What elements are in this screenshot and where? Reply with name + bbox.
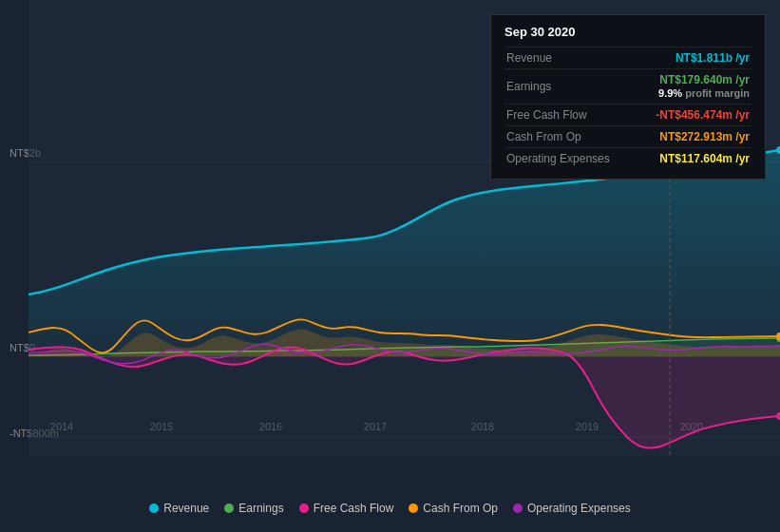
- row-label: Revenue: [504, 48, 634, 69]
- row-label: Free Cash Flow: [504, 104, 634, 126]
- legend-label-earnings: Earnings: [238, 502, 283, 515]
- legend-label-revenue: Revenue: [163, 502, 209, 515]
- row-label: Cash From Op: [504, 126, 634, 148]
- legend-item-cashfromop[interactable]: Cash From Op: [409, 502, 498, 515]
- legend-dot-cashfromop: [409, 504, 418, 513]
- profit-margin: 9.9% profit margin: [658, 87, 750, 99]
- legend-dot-opex: [513, 504, 523, 513]
- tooltip-box: Sep 30 2020 Revenue NT$1.811b /yr Earnin…: [490, 14, 766, 180]
- row-value: NT$117.604m /yr: [634, 148, 751, 170]
- tooltip-table: Revenue NT$1.811b /yr Earnings NT$179.64…: [504, 47, 751, 169]
- row-label: Operating Expenses: [504, 148, 634, 170]
- legend-label-opex: Operating Expenses: [527, 502, 631, 515]
- row-label: Earnings: [504, 69, 634, 104]
- table-row: Free Cash Flow -NT$456.474m /yr: [504, 104, 751, 126]
- legend-dot-revenue: [149, 504, 159, 513]
- table-row: Operating Expenses NT$117.604m /yr: [504, 148, 751, 170]
- legend-item-fcf[interactable]: Free Cash Flow: [299, 502, 394, 515]
- legend-label-cashfromop: Cash From Op: [423, 502, 498, 515]
- tooltip-date: Sep 30 2020: [504, 25, 751, 39]
- row-value: -NT$456.474m /yr: [634, 104, 751, 126]
- legend-item-revenue[interactable]: Revenue: [149, 502, 209, 515]
- row-value: NT$272.913m /yr: [634, 126, 751, 148]
- legend-item-opex[interactable]: Operating Expenses: [513, 502, 631, 515]
- table-row: Cash From Op NT$272.913m /yr: [504, 126, 751, 148]
- legend-label-fcf: Free Cash Flow: [314, 502, 394, 515]
- legend-dot-earnings: [224, 504, 234, 513]
- table-row: Earnings NT$179.640m /yr 9.9% profit mar…: [504, 69, 751, 104]
- row-value: NT$1.811b /yr: [634, 48, 751, 69]
- chart-legend: Revenue Earnings Free Cash Flow Cash Fro…: [0, 494, 780, 522]
- row-value: NT$179.640m /yr 9.9% profit margin: [634, 69, 751, 104]
- table-row: Revenue NT$1.811b /yr: [504, 48, 751, 69]
- legend-item-earnings[interactable]: Earnings: [224, 502, 283, 515]
- legend-dot-fcf: [299, 504, 309, 513]
